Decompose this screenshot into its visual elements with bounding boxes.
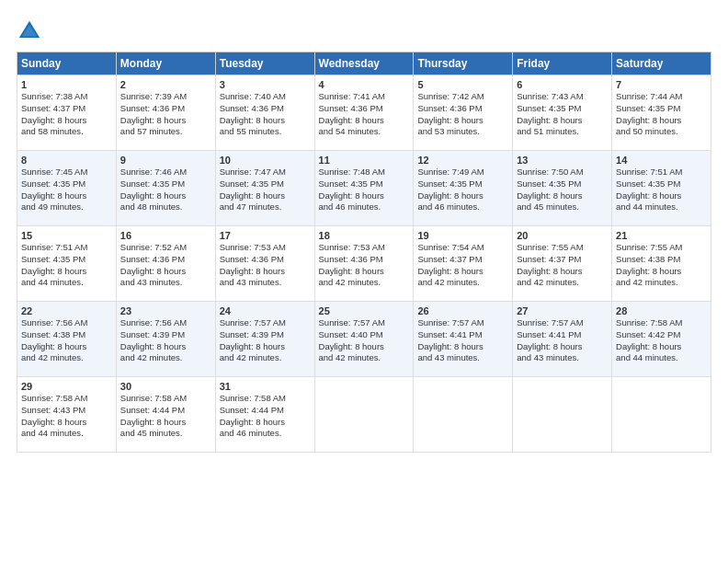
cell-details: Sunrise: 7:57 AMSunset: 4:39 PMDaylight:…: [220, 317, 311, 364]
cell-line: Daylight: 8 hours: [21, 266, 112, 278]
cell-line: Daylight: 8 hours: [517, 115, 608, 127]
day-number: 2: [120, 79, 211, 90]
cell-line: Sunset: 4:44 PM: [120, 405, 211, 417]
cell-line: Sunset: 4:35 PM: [21, 254, 112, 266]
cell-line: Daylight: 8 hours: [417, 266, 508, 278]
week-row-3: 15Sunrise: 7:51 AMSunset: 4:35 PMDayligh…: [17, 226, 711, 302]
calendar-cell: 29Sunrise: 7:58 AMSunset: 4:43 PMDayligh…: [17, 377, 117, 453]
week-row-2: 8Sunrise: 7:45 AMSunset: 4:35 PMDaylight…: [17, 151, 711, 226]
cell-line: and 53 minutes.: [417, 126, 508, 138]
cell-line: and 45 minutes.: [120, 428, 211, 440]
cell-line: Sunset: 4:36 PM: [220, 254, 311, 266]
cell-line: and 44 minutes.: [21, 428, 112, 440]
cell-details: Sunrise: 7:58 AMSunset: 4:44 PMDaylight:…: [120, 393, 211, 440]
calendar-cell: 7Sunrise: 7:44 AMSunset: 4:35 PMDaylight…: [612, 75, 711, 151]
logo: [17, 18, 46, 44]
cell-line: and 42 minutes.: [417, 277, 508, 289]
cell-line: Sunset: 4:36 PM: [417, 103, 508, 115]
cell-line: Sunrise: 7:57 AM: [319, 317, 410, 329]
cell-line: Daylight: 8 hours: [220, 190, 311, 202]
cell-details: Sunrise: 7:55 AMSunset: 4:37 PMDaylight:…: [517, 242, 608, 289]
cell-line: Sunset: 4:42 PM: [616, 329, 707, 341]
cell-line: Sunset: 4:35 PM: [21, 178, 112, 190]
cell-details: Sunrise: 7:58 AMSunset: 4:42 PMDaylight:…: [616, 317, 707, 364]
calendar-cell: 20Sunrise: 7:55 AMSunset: 4:37 PMDayligh…: [513, 226, 612, 302]
cell-line: Daylight: 8 hours: [616, 115, 707, 127]
cell-details: Sunrise: 7:40 AMSunset: 4:36 PMDaylight:…: [220, 91, 311, 138]
calendar-cell: 14Sunrise: 7:51 AMSunset: 4:35 PMDayligh…: [612, 151, 711, 226]
cell-line: Sunrise: 7:53 AM: [220, 242, 311, 254]
calendar-cell: [612, 377, 711, 453]
day-number: 5: [417, 79, 508, 90]
cell-line: and 58 minutes.: [21, 126, 112, 138]
week-row-4: 22Sunrise: 7:56 AMSunset: 4:38 PMDayligh…: [17, 302, 711, 377]
cell-line: Daylight: 8 hours: [21, 190, 112, 202]
cell-details: Sunrise: 7:47 AMSunset: 4:35 PMDaylight:…: [220, 167, 311, 213]
cell-line: Sunset: 4:43 PM: [21, 405, 112, 417]
cell-line: Sunset: 4:36 PM: [220, 103, 311, 115]
cell-line: Daylight: 8 hours: [21, 417, 112, 429]
cell-line: Sunset: 4:39 PM: [120, 329, 211, 341]
cell-line: Sunset: 4:41 PM: [517, 329, 608, 341]
cell-line: and 42 minutes.: [220, 352, 311, 364]
day-number: 22: [21, 305, 112, 316]
cell-line: Sunrise: 7:58 AM: [616, 317, 707, 329]
cell-line: Sunset: 4:35 PM: [517, 103, 608, 115]
day-number: 10: [220, 155, 311, 166]
cell-details: Sunrise: 7:58 AMSunset: 4:43 PMDaylight:…: [21, 393, 112, 440]
cell-line: and 42 minutes.: [21, 352, 112, 364]
cell-details: Sunrise: 7:54 AMSunset: 4:37 PMDaylight:…: [417, 242, 508, 289]
cell-line: and 47 minutes.: [220, 201, 311, 213]
cell-line: Sunrise: 7:57 AM: [417, 317, 508, 329]
cell-line: and 46 minutes.: [319, 201, 410, 213]
day-number: 3: [220, 79, 311, 90]
cell-line: Daylight: 8 hours: [616, 190, 707, 202]
page-container: SundayMondayTuesdayWednesdayThursdayFrid…: [0, 0, 728, 462]
cell-line: Sunrise: 7:56 AM: [120, 317, 211, 329]
calendar-cell: 3Sunrise: 7:40 AMSunset: 4:36 PMDaylight…: [215, 75, 314, 151]
cell-line: and 51 minutes.: [517, 126, 608, 138]
cell-details: Sunrise: 7:56 AMSunset: 4:39 PMDaylight:…: [120, 317, 211, 364]
cell-line: Daylight: 8 hours: [21, 341, 112, 353]
cell-line: and 42 minutes.: [517, 277, 608, 289]
cell-line: and 46 minutes.: [220, 428, 311, 440]
day-number: 23: [120, 305, 211, 316]
cell-line: Daylight: 8 hours: [319, 341, 410, 353]
calendar-cell: 19Sunrise: 7:54 AMSunset: 4:37 PMDayligh…: [414, 226, 513, 302]
cell-line: Daylight: 8 hours: [220, 417, 311, 429]
cell-line: Daylight: 8 hours: [517, 341, 608, 353]
cell-line: Daylight: 8 hours: [120, 266, 211, 278]
cell-line: Sunrise: 7:57 AM: [517, 317, 608, 329]
cell-line: and 48 minutes.: [120, 201, 211, 213]
cell-line: Sunrise: 7:53 AM: [319, 242, 410, 254]
cell-line: and 44 minutes.: [616, 352, 707, 364]
day-number: 7: [616, 79, 707, 90]
cell-line: and 57 minutes.: [120, 126, 211, 138]
cell-details: Sunrise: 7:38 AMSunset: 4:37 PMDaylight:…: [21, 91, 112, 138]
cell-line: Sunset: 4:36 PM: [120, 254, 211, 266]
cell-line: Sunset: 4:39 PM: [220, 329, 311, 341]
cell-line: Sunrise: 7:43 AM: [517, 91, 608, 103]
cell-details: Sunrise: 7:39 AMSunset: 4:36 PMDaylight:…: [120, 91, 211, 138]
calendar-table: SundayMondayTuesdayWednesdayThursdayFrid…: [17, 52, 711, 453]
calendar-cell: 18Sunrise: 7:53 AMSunset: 4:36 PMDayligh…: [314, 226, 414, 302]
cell-line: Sunrise: 7:55 AM: [616, 242, 707, 254]
col-header-monday: Monday: [116, 52, 215, 75]
cell-details: Sunrise: 7:57 AMSunset: 4:40 PMDaylight:…: [319, 317, 410, 364]
day-number: 16: [120, 230, 211, 241]
cell-details: Sunrise: 7:57 AMSunset: 4:41 PMDaylight:…: [517, 317, 608, 364]
cell-line: Daylight: 8 hours: [220, 341, 311, 353]
cell-line: Sunset: 4:35 PM: [517, 178, 608, 190]
cell-line: Sunset: 4:37 PM: [517, 254, 608, 266]
day-number: 9: [120, 155, 211, 166]
cell-line: Sunrise: 7:58 AM: [220, 393, 311, 405]
cell-line: Daylight: 8 hours: [120, 417, 211, 429]
cell-line: Daylight: 8 hours: [319, 190, 410, 202]
cell-line: Sunset: 4:35 PM: [417, 178, 508, 190]
cell-line: Daylight: 8 hours: [319, 115, 410, 127]
day-number: 18: [319, 230, 410, 241]
day-number: 21: [616, 230, 707, 241]
cell-line: Sunrise: 7:39 AM: [120, 91, 211, 103]
cell-line: Sunset: 4:37 PM: [417, 254, 508, 266]
week-row-1: 1Sunrise: 7:38 AMSunset: 4:37 PMDaylight…: [17, 75, 711, 151]
